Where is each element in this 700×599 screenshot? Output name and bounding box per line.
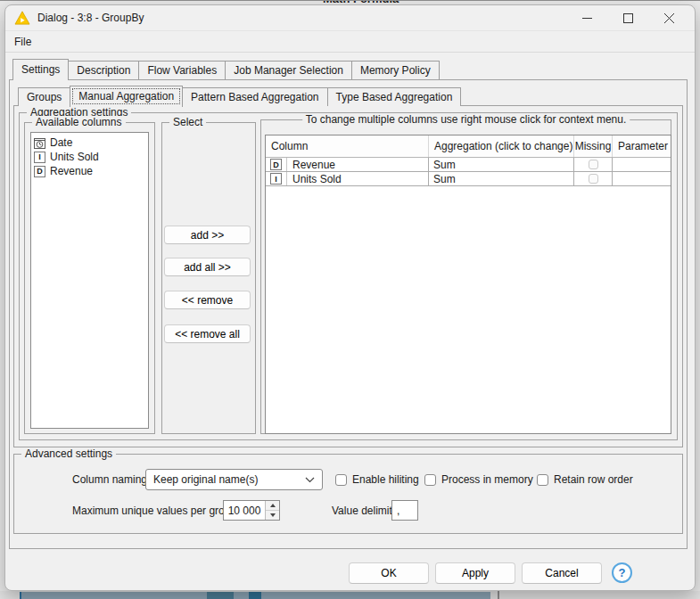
tab-memory-policy[interactable]: Memory Policy [351, 61, 440, 79]
double-type-icon: D [270, 159, 282, 170]
main-tab-strip: Settings Description Flow Variables Job … [12, 59, 439, 79]
table-row[interactable]: I Units Sold Sum [266, 172, 671, 186]
subtab-groups[interactable]: Groups [18, 87, 70, 106]
background-divider [498, 591, 499, 599]
window-controls [566, 5, 689, 31]
max-unique-values-value: 10 000 [224, 501, 265, 520]
column-cell: D Revenue [266, 158, 429, 171]
titlebar[interactable]: Dialog - 3:8 - GroupBy [5, 5, 695, 31]
column-header-column[interactable]: Column [266, 135, 429, 157]
list-item[interactable]: Date [31, 135, 148, 150]
missing-checkbox[interactable] [589, 160, 598, 169]
dialog-window: Dialog - 3:8 - GroupBy File Settings Des… [4, 4, 696, 591]
ok-button[interactable]: OK [349, 562, 429, 584]
table-row[interactable]: D Revenue Sum [266, 158, 671, 172]
enable-hiliting-option[interactable]: Enable hiliting [335, 472, 419, 487]
background-strip-mark [207, 592, 234, 599]
background-toolbar-strip [20, 592, 490, 599]
max-unique-values-label: Maximum unique values per group [72, 500, 236, 521]
list-item-label: Units Sold [50, 151, 99, 163]
double-type-icon: D [34, 166, 45, 177]
max-unique-values-spinner[interactable]: 10 000 [223, 500, 280, 521]
value-delimiter-input[interactable]: , [391, 500, 418, 521]
column-naming-value: Keep original name(s) [153, 473, 258, 486]
retain-row-order-checkbox[interactable] [537, 474, 548, 486]
subtab-manual-aggregation[interactable]: Manual Aggregation [70, 86, 183, 107]
tab-flow-variables[interactable]: Flow Variables [138, 61, 226, 79]
screen: Math Formula Dialog - 3:8 - GroupBy [0, 0, 700, 599]
column-header-missing[interactable]: Missing [574, 135, 613, 157]
column-header-aggregation[interactable]: Aggregation (click to change) [429, 135, 574, 157]
aggregation-cell[interactable]: Sum [429, 158, 574, 171]
chevron-down-icon [305, 477, 315, 483]
parameter-cell [613, 158, 671, 171]
spinner-up-icon[interactable] [266, 501, 279, 511]
aggregation-table-group-title: To change multiple columns use right mou… [302, 113, 630, 126]
tab-description[interactable]: Description [68, 61, 139, 79]
date-time-icon [34, 137, 45, 149]
enable-hiliting-label: Enable hiliting [352, 473, 419, 486]
menu-file[interactable]: File [7, 34, 38, 50]
process-in-memory-checkbox[interactable] [424, 474, 436, 486]
available-columns-list[interactable]: Date I Units Sold D Revenue [30, 132, 149, 429]
column-cell: I Units Sold [266, 172, 429, 185]
integer-type-icon: I [270, 173, 282, 185]
available-columns-group-title: Available columns [32, 116, 126, 128]
subtab-type-based-aggregation[interactable]: Type Based Aggregation [327, 87, 462, 106]
minimize-icon[interactable] [566, 5, 607, 31]
list-item-label: Date [50, 136, 72, 149]
missing-cell [574, 172, 613, 185]
maximize-icon[interactable] [607, 5, 648, 31]
tab-settings[interactable]: Settings [12, 59, 69, 80]
table-header-row: Column Aggregation (click to change) Mis… [266, 135, 671, 158]
cancel-button[interactable]: Cancel [522, 562, 602, 584]
parameter-cell [613, 172, 671, 185]
column-name: Units Sold [292, 173, 342, 185]
remove-all-button[interactable]: << remove all [164, 324, 251, 343]
window-title: Dialog - 3:8 - GroupBy [37, 12, 144, 24]
advanced-settings-group: Advanced settings [13, 454, 683, 534]
close-icon[interactable] [648, 5, 689, 31]
missing-cell [574, 158, 613, 171]
subtab-pattern-based-aggregation[interactable]: Pattern Based Aggregation [182, 87, 327, 106]
tab-job-manager-selection[interactable]: Job Manager Selection [225, 61, 352, 79]
menubar: File [5, 31, 695, 53]
missing-checkbox[interactable] [589, 174, 598, 184]
column-naming-select[interactable]: Keep original name(s) [145, 469, 323, 490]
apply-button[interactable]: Apply [435, 562, 515, 584]
background-strip-mark [249, 592, 261, 599]
enable-hiliting-checkbox[interactable] [335, 474, 347, 486]
advanced-settings-group-title: Advanced settings [21, 447, 116, 460]
remove-button[interactable]: << remove [164, 291, 251, 309]
aggregation-table[interactable]: Column Aggregation (click to change) Mis… [265, 135, 671, 434]
column-header-parameter[interactable]: Parameter [613, 135, 671, 157]
add-button[interactable]: add >> [164, 226, 251, 244]
select-group: Select [161, 122, 256, 434]
knime-warning-icon [14, 11, 30, 25]
process-in-memory-label: Process in memory [441, 473, 533, 486]
help-icon[interactable]: ? [612, 562, 632, 583]
list-item-label: Revenue [50, 165, 93, 177]
integer-type-icon: I [34, 152, 45, 163]
aggregation-cell[interactable]: Sum [429, 172, 574, 185]
background-window-bottom [0, 591, 700, 599]
retain-row-order-option[interactable]: Retain row order [537, 472, 633, 487]
list-item[interactable]: D Revenue [31, 164, 148, 178]
list-item[interactable]: I Units Sold [31, 150, 148, 164]
column-naming-label: Column naming: [72, 469, 150, 490]
aggregation-sub-tab-strip: Groups Manual Aggregation Pattern Based … [18, 86, 460, 106]
spinner-down-icon[interactable] [266, 511, 279, 520]
column-name: Revenue [292, 159, 335, 171]
add-all-button[interactable]: add all >> [164, 258, 251, 276]
select-group-title: Select [169, 116, 206, 128]
retain-row-order-label: Retain row order [554, 473, 633, 486]
process-in-memory-option[interactable]: Process in memory [424, 472, 533, 487]
